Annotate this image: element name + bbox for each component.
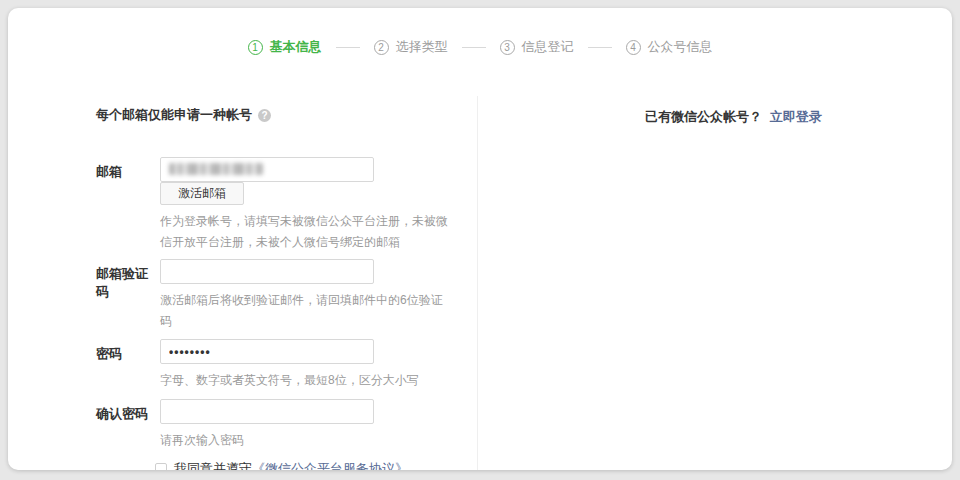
service-agreement-link[interactable]: 《微信公众平台服务协议》 <box>252 460 408 470</box>
agreement-row: 我同意并遵守 《微信公众平台服务协议》 <box>155 460 408 470</box>
email-row: 邮箱 激活邮箱 作为登录帐号，请填写未被微信公众平台注册，未被微信开放平台注册，… <box>96 157 376 253</box>
existing-account-text: 已有微信公众帐号？ <box>645 109 762 124</box>
confirm-password-label: 确认密码 <box>96 399 160 451</box>
step-1-label: 基本信息 <box>270 38 322 56</box>
form-header: 每个邮箱仅能申请一种帐号 ? <box>96 106 271 124</box>
email-input[interactable] <box>160 157 374 182</box>
vertical-divider <box>477 96 478 470</box>
confirm-password-helper-text: 请再次输入密码 <box>160 430 452 451</box>
agreement-text: 我同意并遵守 <box>174 460 252 470</box>
password-input[interactable] <box>160 339 374 364</box>
email-label: 邮箱 <box>96 157 160 253</box>
help-question-icon[interactable]: ? <box>258 109 271 122</box>
step-3-circle-icon: 3 <box>500 40 515 55</box>
existing-account-panel: 已有微信公众帐号？ 立即登录 <box>645 108 822 126</box>
step-account-info: 4 公众号信息 <box>626 38 713 56</box>
password-label: 密码 <box>96 339 160 391</box>
email-helper-text: 作为登录帐号，请填写未被微信公众平台注册，未被微信开放平台注册，未被个人微信号绑… <box>160 211 452 253</box>
login-now-link[interactable]: 立即登录 <box>770 109 822 124</box>
password-helper-text: 字母、数字或者英文符号，最短8位，区分大小写 <box>160 370 452 391</box>
step-info-register: 3 信息登记 <box>500 38 574 56</box>
step-1-circle-icon: 1 <box>248 40 263 55</box>
step-choose-type: 2 选择类型 <box>374 38 448 56</box>
email-code-helper-text: 激活邮箱后将收到验证邮件，请回填邮件中的6位验证码 <box>160 290 452 332</box>
step-2-circle-icon: 2 <box>374 40 389 55</box>
stepper: 1 基本信息 2 选择类型 3 信息登记 4 公众号信息 <box>8 38 952 56</box>
step-connector <box>588 47 612 48</box>
confirm-password-row: 确认密码 请再次输入密码 <box>96 399 376 451</box>
email-code-label: 邮箱验证码 <box>96 259 160 332</box>
agreement-checkbox[interactable] <box>155 463 167 470</box>
step-basic-info: 1 基本信息 <box>248 38 322 56</box>
step-3-label: 信息登记 <box>522 38 574 56</box>
confirm-password-input[interactable] <box>160 399 374 424</box>
register-card: 1 基本信息 2 选择类型 3 信息登记 4 公众号信息 每个邮箱仅能申请一种帐… <box>8 8 952 470</box>
step-connector <box>336 47 360 48</box>
email-code-row: 邮箱验证码 激活邮箱后将收到验证邮件，请回填邮件中的6位验证码 <box>96 259 376 332</box>
step-connector <box>462 47 486 48</box>
step-2-label: 选择类型 <box>396 38 448 56</box>
email-code-input[interactable] <box>160 259 374 284</box>
step-4-label: 公众号信息 <box>648 38 713 56</box>
step-4-circle-icon: 4 <box>626 40 641 55</box>
activate-email-button[interactable]: 激活邮箱 <box>160 182 244 205</box>
form-header-text: 每个邮箱仅能申请一种帐号 <box>96 106 252 124</box>
password-row: 密码 字母、数字或者英文符号，最短8位，区分大小写 <box>96 339 376 391</box>
